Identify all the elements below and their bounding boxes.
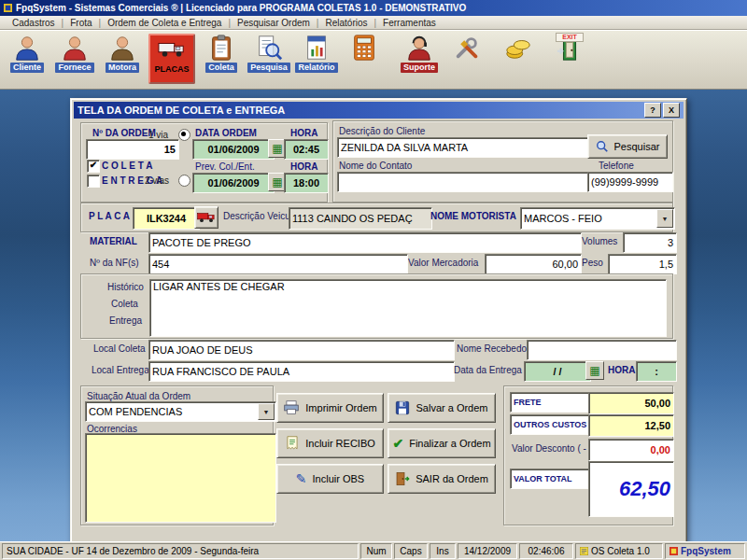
menu-item-ordem[interactable]: Ordem de Coleta e Entrega	[101, 18, 228, 28]
prev-time-field[interactable]: 18:00	[284, 173, 329, 193]
data-entrega-label: Data da Entrega	[454, 365, 522, 375]
valor-mercadoria-field[interactable]: 60,00	[485, 254, 582, 274]
material-field[interactable]: PACOTE DE PREGO	[148, 232, 582, 253]
via1-radio[interactable]	[178, 129, 190, 141]
desconto-field[interactable]: 0,00	[588, 439, 674, 461]
toolbar-motorista-label: Motora	[106, 63, 139, 73]
toolbar-pesquisa-button[interactable]: Pesquisa	[247, 34, 290, 80]
client-person-icon	[13, 34, 41, 62]
local-entrega-field[interactable]: RUA FRANCISCO DE PAULA	[148, 361, 455, 382]
entrega-checkbox[interactable]	[87, 175, 100, 188]
historico-label-1: Histórico	[107, 282, 144, 292]
tools-icon	[453, 34, 481, 62]
order-number-label: Nº DA ORDEM	[92, 128, 156, 138]
order-number-field[interactable]: 15	[86, 139, 179, 160]
sair-button[interactable]: SAIR da Ordem	[388, 464, 496, 494]
exit-sign-label: EXIT	[556, 33, 584, 42]
chevron-down-icon[interactable]: ▼	[656, 209, 673, 228]
situacao-label: Situação Atual da Ordem	[87, 391, 190, 401]
phone-field[interactable]: (99)9999-9999	[587, 172, 673, 192]
phone-label: Telefone	[599, 161, 634, 171]
driver-name-label: NOME MOTORISTA	[430, 211, 516, 221]
frete-field[interactable]: 50,00	[588, 392, 674, 414]
prev-date-field[interactable]: 01/06/2009	[192, 173, 275, 193]
menu-item-relatorios[interactable]: Relatórios	[318, 18, 374, 28]
incluir-recibo-label: Incluir RECIBO	[305, 438, 375, 449]
local-entrega-label: Local Entrega	[92, 365, 149, 375]
toolbar-ferramentas-button[interactable]	[445, 34, 488, 80]
toolbar-relatorio-button[interactable]: Relatório	[295, 34, 338, 80]
data-entrega-field[interactable]: / /	[524, 361, 591, 382]
dialog-help-button[interactable]: ?	[644, 103, 661, 118]
entrega-hora-field[interactable]: :	[636, 361, 677, 382]
frete-label: FRETE	[510, 392, 592, 413]
local-coleta-label: Local Coleta	[93, 343, 146, 354]
ocorrencias-field[interactable]	[85, 433, 276, 523]
calendar-icon: ▦	[272, 143, 282, 154]
coleta-label: C O L E T A	[102, 161, 152, 171]
toolbar-placas-button[interactable]: PLACAS	[148, 34, 195, 84]
toolbar-suporte-button[interactable]: Suporte	[398, 34, 441, 80]
brand-icon	[669, 547, 678, 555]
via2-radio[interactable]	[178, 175, 190, 187]
vehicle-desc-label: Descrição Veiculo	[223, 211, 297, 221]
order-group: Nº DA ORDEM 1 via 15 DATA ORDEM 01/06/20…	[80, 122, 328, 203]
support-headset-icon	[405, 34, 433, 62]
calendar-icon: ▦	[589, 365, 599, 376]
incluir-recibo-button[interactable]: Incluir RECIBO	[276, 428, 384, 458]
menu-item-pesquisar[interactable]: Pesquisar Ordem	[231, 18, 317, 28]
toolbar-calculadora-button[interactable]	[343, 34, 386, 80]
prev-time-label: HORA	[290, 161, 317, 172]
menu-item-cadastros[interactable]: Cadastros	[6, 18, 62, 28]
dialog-title: TELA DA ORDEM DE COLETA e ENTREGA	[78, 105, 285, 116]
coleta-checkbox[interactable]: ✔	[87, 160, 100, 173]
order-date-field[interactable]: 01/06/2009	[192, 139, 275, 160]
nf-field[interactable]: 454	[148, 254, 408, 274]
local-coleta-field[interactable]: RUA JOAO DE DEUS	[148, 340, 455, 360]
finalizar-button[interactable]: ✔ Finalizar a Ordem	[388, 428, 496, 458]
vehicle-panel: P L A C A ILK3244 Descrição Veiculo 1113…	[80, 203, 673, 232]
imprimir-button[interactable]: Imprimir Ordem	[276, 393, 384, 423]
outros-custos-field[interactable]: 12,50	[588, 414, 674, 437]
recebedor-field[interactable]	[527, 340, 677, 360]
order-time-field[interactable]: 02:45	[284, 139, 329, 160]
pesquisar-button[interactable]: Pesquisar	[587, 134, 668, 159]
toolbar-motorista-button[interactable]: Motora	[101, 34, 144, 80]
dialog-close-button[interactable]: X	[663, 103, 680, 118]
volumes-field[interactable]: 3	[623, 232, 677, 253]
status-app-name: OS Coleta 1.0	[575, 543, 663, 559]
driver-person-icon	[108, 34, 136, 62]
driver-dropdown[interactable]: MARCOS - FEIO ▼	[520, 207, 675, 230]
toolbar-fornecedor-button[interactable]: Fornece	[53, 34, 96, 80]
order-dialog: TELA DA ORDEM DE COLETA e ENTREGA ? X Nº…	[70, 98, 687, 544]
client-desc-field[interactable]: ZENILDA DA SILVA MARTA	[337, 137, 589, 158]
toolbar-financeiro-button[interactable]	[497, 34, 540, 80]
valor-mercadoria-label: Valor Mercadoria	[408, 258, 478, 268]
pesquisar-label: Pesquisar	[614, 141, 660, 152]
peso-field[interactable]: 1,5	[608, 254, 677, 274]
salvar-button[interactable]: Salvar a Ordem	[388, 393, 496, 423]
incluir-obs-button[interactable]: ✎ Incluir OBS	[276, 464, 384, 494]
calendar-icon: ▦	[272, 176, 282, 188]
historico-field[interactable]: LIGAR ANTES DE CHEGAR	[149, 279, 667, 337]
placa-field[interactable]: ILK3244	[133, 207, 200, 230]
entrega-calendar-button[interactable]: ▦	[585, 361, 604, 380]
placa-truck-button[interactable]	[194, 206, 218, 229]
toolbar-cliente-button[interactable]: Cliente	[6, 34, 49, 80]
valor-total-field: 62,50	[588, 461, 674, 517]
menu-item-ferramentas[interactable]: Ferramentas	[376, 18, 443, 28]
toolbar-sair-button[interactable]: EXIT	[548, 34, 591, 80]
calculator-icon	[350, 34, 378, 62]
toolbar-relatorio-label: Relatório	[295, 63, 337, 73]
exit-door-icon: EXIT	[556, 34, 584, 62]
menu-item-frota[interactable]: Frota	[63, 18, 98, 28]
coins-icon	[504, 34, 532, 62]
salvar-label: Salvar a Ordem	[416, 402, 487, 413]
order-time-label: HORA	[290, 128, 317, 138]
contact-field[interactable]	[337, 172, 589, 192]
status-location: SUA CIDADE - UF 14 de Dezembro de 2009 -…	[2, 543, 359, 559]
status-caps-lock: Caps	[394, 543, 428, 559]
chevron-down-icon[interactable]: ▼	[258, 403, 275, 420]
situacao-dropdown[interactable]: COM PENDENCIAS ▼	[85, 401, 276, 422]
toolbar-coleta-button[interactable]: Coleta	[200, 34, 243, 80]
